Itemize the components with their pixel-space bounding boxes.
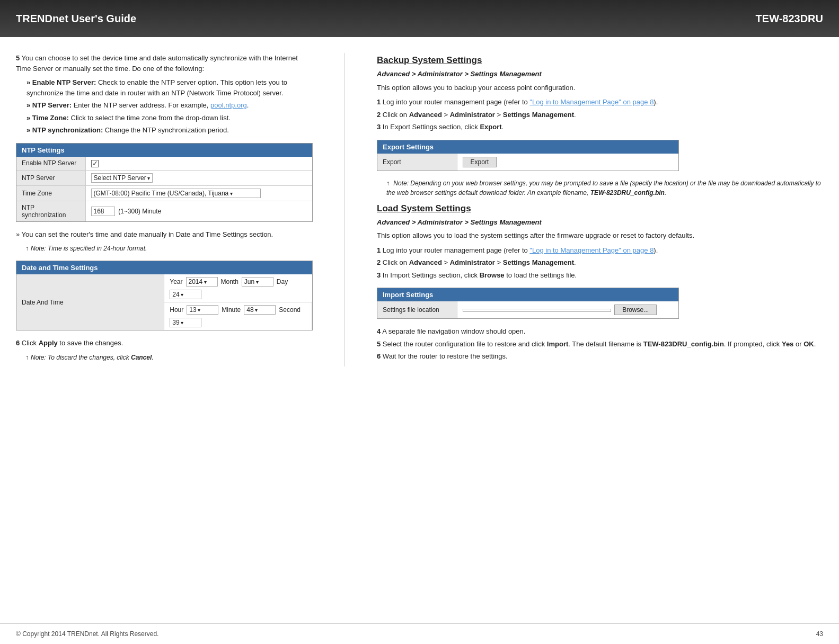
settings-file-input[interactable] bbox=[463, 309, 611, 312]
hour-label: Hour bbox=[170, 306, 183, 314]
ntp-row-timezone: Time Zone (GMT-08:00) Pacific Time (US/C… bbox=[16, 185, 312, 201]
export-settings-header: Export Settings bbox=[377, 140, 678, 154]
ntp-sync-input[interactable]: 168 bbox=[91, 207, 115, 216]
ntp-label-server: NTP Server bbox=[16, 170, 85, 185]
backup-step1-link[interactable]: "Log in to Management Page" on page 8 bbox=[529, 98, 653, 106]
second-label: Second bbox=[279, 306, 301, 314]
load-step2: 2 Click on Advanced > Administrator > Se… bbox=[377, 257, 823, 268]
ntp-settings-header: NTP Settings bbox=[16, 144, 312, 157]
footer: © Copyright 2014 TRENDnet. All Rights Re… bbox=[0, 623, 839, 644]
ntp-server-select[interactable]: Select NTP Server bbox=[91, 173, 153, 183]
export-button[interactable]: Export bbox=[463, 157, 497, 167]
ntp-value-sync: 168 (1~300) Minute bbox=[85, 201, 312, 221]
import-value: Browse... bbox=[457, 301, 678, 318]
year-select[interactable]: 2014 bbox=[186, 277, 218, 287]
note-cancel: ↑Note: To discard the changes, click Can… bbox=[25, 353, 313, 362]
import-row: Settings file location Browse... bbox=[377, 301, 678, 318]
ntp-label-sync: NTP synchronization bbox=[16, 201, 85, 221]
date-time-row1-content: Year 2014 Month Jun Day 24 bbox=[164, 274, 312, 302]
export-value: Export bbox=[457, 154, 678, 171]
minute-label: Minute bbox=[222, 306, 241, 314]
footer-copyright: © Copyright 2014 TRENDnet. All Rights Re… bbox=[16, 630, 158, 638]
load-step1-link[interactable]: "Log in to Management Page" on page 8 bbox=[529, 246, 653, 254]
import-settings-table: Settings file location Browse... bbox=[377, 301, 678, 318]
ntp-settings-box: NTP Settings Enable NTP Server NTP Serve… bbox=[16, 143, 313, 222]
ntp-row-enable: Enable NTP Server bbox=[16, 157, 312, 170]
hour-select[interactable]: 13 bbox=[187, 305, 218, 315]
date-time-row2-content: Hour 13 Minute 48 Second 39 bbox=[164, 302, 312, 330]
pool-ntp-link[interactable]: pool.ntp.org bbox=[210, 101, 247, 109]
minute-select[interactable]: 48 bbox=[244, 305, 276, 315]
load-step4: 4 A separate file navigation window shou… bbox=[377, 326, 823, 337]
day-label: Day bbox=[277, 278, 288, 285]
bullet-ntp-server-enable: Enable NTP Server: Check to enable the N… bbox=[27, 77, 313, 98]
left-column: 5 You can choose to set the device time … bbox=[16, 53, 313, 366]
month-label: Month bbox=[221, 278, 239, 285]
ntp-enable-checkbox[interactable] bbox=[91, 160, 99, 167]
backup-step1: 1 Log into your router management page (… bbox=[377, 97, 823, 108]
ntp-label-enable: Enable NTP Server bbox=[16, 157, 85, 170]
backup-heading: Backup System Settings bbox=[377, 55, 823, 66]
load-step6: 6 Wait for the router to restore the set… bbox=[377, 351, 823, 362]
load-intro: This option allows you to load the syste… bbox=[377, 230, 823, 241]
ntp-value-enable bbox=[85, 157, 312, 170]
import-label: Settings file location bbox=[377, 301, 457, 318]
ntp-value-timezone: (GMT-08:00) Pacific Time (US/Canada), Ti… bbox=[85, 185, 312, 201]
backup-step3: 3 In Export Settings section, click Expo… bbox=[377, 122, 823, 132]
ntp-row-sync: NTP synchronization 168 (1~300) Minute bbox=[16, 201, 312, 221]
bullet-list: Enable NTP Server: Check to enable the N… bbox=[27, 77, 313, 136]
apply-text: Apply bbox=[39, 339, 58, 347]
backup-intro: This option allows you to backup your ac… bbox=[377, 83, 823, 93]
date-time-row1: Date And Time Year 2014 Month Jun Day 24 bbox=[16, 274, 312, 302]
ntp-timezone-select[interactable]: (GMT-08:00) Pacific Time (US/Canada), Ti… bbox=[91, 189, 261, 198]
year-label: Year bbox=[170, 278, 182, 285]
load-heading: Load System Settings bbox=[377, 203, 823, 214]
bullet-time-zone: Time Zone: Click to select the time zone… bbox=[27, 113, 313, 123]
browse-button[interactable]: Browse... bbox=[614, 305, 657, 315]
step6-num: 6 bbox=[16, 339, 20, 347]
ntp-label-timezone: Time Zone bbox=[16, 185, 85, 201]
ntp-settings-table: Enable NTP Server NTP Server Select NTP … bbox=[16, 157, 312, 221]
ntp-row-server: NTP Server Select NTP Server bbox=[16, 170, 312, 185]
step5-intro: 5 You can choose to set the device time … bbox=[16, 53, 313, 74]
date-time-settings-header: Date and Time Settings bbox=[16, 261, 312, 274]
backup-path: Advanced > Administrator > Settings Mana… bbox=[377, 69, 823, 79]
bullet-ntp-server: NTP Server: Enter the NTP server address… bbox=[27, 100, 313, 111]
column-divider bbox=[345, 53, 345, 366]
load-step1: 1 Log into your router management page (… bbox=[377, 245, 823, 256]
export-row: Export Export bbox=[377, 154, 678, 171]
second-select[interactable]: 39 bbox=[170, 318, 201, 327]
export-settings-box: Export Settings Export Export bbox=[377, 140, 679, 171]
date-time-table: Date And Time Year 2014 Month Jun Day 24 bbox=[16, 274, 312, 330]
footer-page: 43 bbox=[816, 630, 823, 638]
export-settings-table: Export Export bbox=[377, 154, 678, 171]
export-label: Export bbox=[377, 154, 457, 171]
bullet-ntp-sync: NTP synchronization: Change the NTP sync… bbox=[27, 125, 313, 136]
day-select[interactable]: 24 bbox=[170, 290, 201, 299]
month-select[interactable]: Jun bbox=[242, 277, 273, 287]
manual-text: » You can set the router's time and date… bbox=[16, 229, 313, 240]
date-time-label: Date And Time bbox=[16, 274, 164, 330]
load-path: Advanced > Administrator > Settings Mana… bbox=[377, 217, 823, 228]
import-settings-box: Import Settings Settings file location B… bbox=[377, 288, 679, 319]
import-settings-header: Import Settings bbox=[377, 288, 678, 301]
note-24h: ↑Note: Time is specified in 24-hour form… bbox=[25, 244, 313, 253]
load-step5: 5 Select the router configuration file t… bbox=[377, 339, 823, 350]
step6-line: 6 Click Apply to save the changes. bbox=[16, 338, 313, 348]
backup-note: ↑ Note: Depending on your web browser se… bbox=[386, 178, 823, 198]
date-row: Year 2014 Month Jun Day 24 bbox=[170, 277, 306, 299]
ntp-sync-range: (1~300) Minute bbox=[118, 208, 161, 215]
right-column: Backup System Settings Advanced > Admini… bbox=[377, 53, 823, 366]
main-content: 5 You can choose to set the device time … bbox=[0, 37, 839, 377]
step5-num: 5 bbox=[16, 54, 20, 62]
backup-step2: 2 Click on Advanced > Administrator > Se… bbox=[377, 110, 823, 120]
header-title: TRENDnet User's Guide bbox=[16, 13, 136, 25]
header-model: TEW-823DRU bbox=[756, 13, 823, 25]
time-row: Hour 13 Minute 48 Second 39 bbox=[170, 305, 306, 327]
ntp-value-server: Select NTP Server bbox=[85, 170, 312, 185]
date-time-settings-box: Date and Time Settings Date And Time Yea… bbox=[16, 261, 313, 330]
header: TRENDnet User's Guide TEW-823DRU bbox=[0, 0, 839, 37]
load-step3: 3 In Import Settings section, click Brow… bbox=[377, 270, 823, 281]
